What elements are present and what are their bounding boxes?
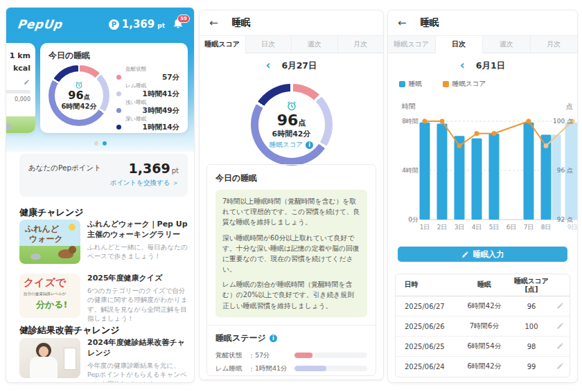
cell-score: 99 [512,363,551,371]
tab-日次[interactable]: 日次 [246,36,292,53]
sleep-bar-line-chart: 時間点8時間4時間0分100 点96 点92 点1日2日3日4日5日6日7日8日… [395,98,577,236]
screen-sleep-score: ← 睡眠 睡眠スコア日次週次月次 ‹ 6月27日 96点 6時間42分 睡眠スコ… [200,10,383,380]
tab-日次[interactable]: 日次 [436,36,484,53]
prev-date-chevron[interactable]: ‹ [265,60,270,71]
carousel-dot-active [103,141,107,145]
carousel-dots [6,141,194,145]
table-row: 2025/06/26 7時間6分 100 [396,317,570,337]
info-icon[interactable]: i [270,335,277,342]
points-card-value: 1,369pt [129,161,179,176]
pencil-icon [556,322,564,330]
notification-bell-button[interactable]: 59 [172,17,186,30]
sleep-score-label[interactable]: 睡眠スコアi [270,141,313,149]
steps-goal: 0,000 [15,96,30,103]
prev-date-chevron[interactable]: ‹ [460,60,465,71]
svg-text:点: 点 [566,103,573,110]
sun-icon [69,224,76,231]
cell-date: 2025/06/25 [396,343,457,350]
table-row: 2025/06/27 6時間42分 96 [396,296,570,317]
pepup-logo: PepUp [17,17,63,31]
page-title: 睡眠 [421,17,439,29]
legend-sleep: 睡眠 [399,80,422,89]
sleep-score: 96点 [277,112,306,129]
cat-illustration [30,253,41,260]
legend-dot [116,125,121,130]
pencil-icon [556,362,564,370]
svg-text:4時間: 4時間 [402,167,418,174]
cell-sleep: 6時間54分 [457,341,512,351]
stage-bar-track [294,366,367,371]
challenge-item-health-quiz[interactable]: クイズで 自分の健康知識レベルが 分かる! 2025年度健康クイズ 6つのカテゴ… [19,274,188,323]
edit-row-button[interactable] [551,362,570,371]
app-header: ← 睡眠 [200,10,383,36]
today-sleep-card[interactable]: 今日の睡眠 96点 6時間42分 覚醒状態 57分 レム睡眠 1時間41分 浅い… [40,43,188,133]
sleep-duration: 6時間42分 [272,130,311,139]
challenge-title: 2025年度健康クイズ [87,274,188,284]
sleep-advice-box: 7時間以上睡眠時間（覚醒時間を含む）を取れていて理想的です。この習慣を続けて、良… [215,190,367,317]
col-header-date: 日時 [396,280,457,289]
sleep-score: 96点 [68,89,89,102]
sleep-input-button[interactable]: 睡眠入力 [398,247,567,262]
app-header: ← 睡眠 [388,10,577,36]
screen-pepup-home: PepUp P 1,369 pt 59 1 km kcal 0,000 今日の睡… [6,8,194,382]
points-card-label: あなたのPepポイント [28,163,101,173]
stage-row-浅い睡眠: 浅い睡眠:3時間49分 [215,375,367,376]
svg-text:時間: 時間 [402,103,416,110]
back-arrow-button[interactable]: ← [209,17,218,29]
header-points-chip[interactable]: P 1,369 pt [109,18,165,30]
sleep-record-table: 日時 睡眠 睡眠スコア[点] 2025/06/27 6時間42分 96 2025… [395,274,570,377]
tab-睡眠スコア[interactable]: 睡眠スコア [388,36,436,53]
stage-row-覚醒状態: 覚醒状態:57分 [215,349,367,362]
svg-text:9日: 9日 [567,224,577,231]
edit-row-button[interactable] [551,342,570,351]
svg-text:5日: 5日 [489,224,500,231]
cell-date: 2025/06/27 [396,303,457,310]
date-navigation: ‹ 6月1日 [388,56,577,75]
calories-value: kcal [13,64,30,73]
activity-card-partial[interactable]: 1 km kcal 0,000 [6,43,35,133]
tab-月次[interactable]: 月次 [531,36,578,53]
table-body: 2025/06/27 6時間42分 96 2025/06/26 7時間6分 10… [396,296,570,376]
table-header-row: 日時 睡眠 睡眠スコア[点] [396,274,570,296]
challenge-title: 2024年度健診結果改善チャレンジ [87,338,188,359]
quiz-thumbnail: クイズで 自分の健康知識レベルが 分かる! [19,274,80,318]
current-date: 6月1日 [476,60,505,72]
sleep-duration: 6時間42分 [62,103,97,111]
tab-週次[interactable]: 週次 [292,36,338,53]
tab-睡眠スコア[interactable]: 睡眠スコア [200,36,246,53]
exchange-points-link[interactable]: ポイントを交換する ＞ [28,179,179,188]
svg-text:1日: 1日 [420,224,430,231]
checkup-challenge-item[interactable]: 2024年度健診結果改善チャレンジ 今年度の健康診断結果を元に、Pepポイントが… [19,338,188,382]
cell-date: 2025/06/24 [396,363,457,371]
tab-bar: 睡眠スコア日次週次月次 [200,36,383,53]
svg-text:0分: 0分 [408,216,418,223]
edit-row-button[interactable] [551,302,570,311]
challenge-title: ふれんどウォーク｜Pep Up主催のウォーキングラリー [87,220,188,240]
stage-row-レム睡眠: レム睡眠:1時間41分 [215,362,367,375]
screen-sleep-daily: ← 睡眠 睡眠スコア日次週次月次 ‹ 6月1日 睡眠 睡眠スコア 時間点8時間4… [388,10,577,382]
back-arrow-button[interactable]: ← [398,17,407,29]
tab-週次[interactable]: 週次 [483,36,531,53]
svg-text:100 点: 100 点 [553,118,573,125]
screenshot-canvas: PepUp P 1,369 pt 59 1 km kcal 0,000 今日の睡… [0,0,582,392]
today-sleep-heading: 今日の睡眠 [215,172,367,184]
notification-badge: 59 [177,15,190,23]
svg-text:92 点: 92 点 [557,216,573,223]
svg-text:8日: 8日 [541,224,552,231]
pencil-icon [461,251,469,258]
stage-bar-fill [294,353,312,358]
legend-sleep-score: 睡眠スコア [443,80,486,89]
advice-paragraph: 7時間以上睡眠時間（覚醒時間を含む）を取れていて理想的です。この習慣を続けて、良… [222,196,360,228]
cell-score: 98 [512,343,551,350]
section-heading-challenge: 健康チャレンジ [19,206,84,219]
friend-walk-thumbnail: ふれんど ウォーク [19,220,80,264]
info-icon[interactable]: i [306,141,313,149]
stage-bar-track [294,353,367,358]
pencil-icon [556,342,564,350]
edit-row-button[interactable] [551,322,570,331]
challenge-item-friend-walk[interactable]: ふれんど ウォーク ふれんどウォーク｜Pep Up主催のウォーキングラリー ふれ… [19,220,188,264]
checkup-photo-thumbnail [19,338,80,378]
tab-月次[interactable]: 月次 [338,36,384,53]
svg-text:2日: 2日 [437,224,448,231]
col-header-sleep: 睡眠 [457,280,512,289]
